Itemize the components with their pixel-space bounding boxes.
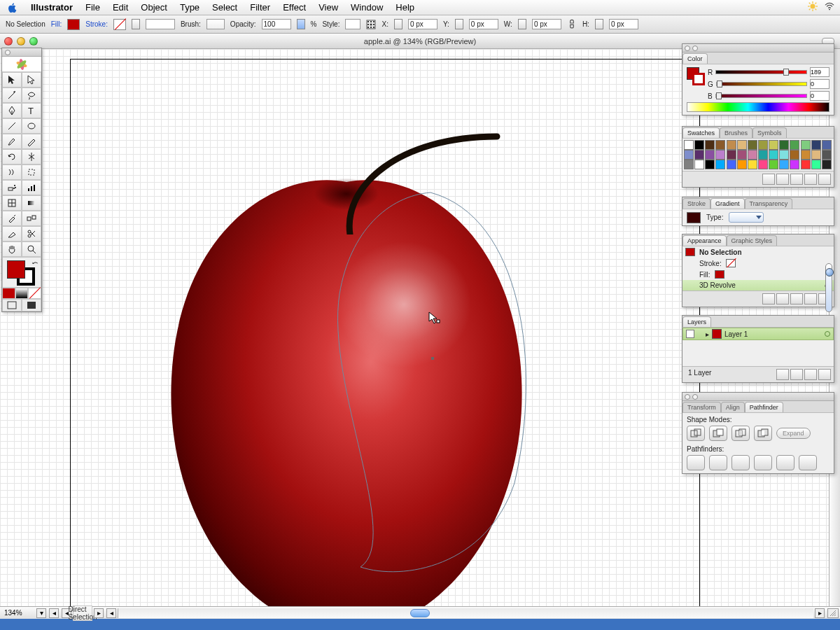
fill-stroke-control[interactable]: ⤺ <box>2 257 41 288</box>
color-stroke-box[interactable] <box>692 73 705 85</box>
constrain-proportions-icon[interactable] <box>567 20 577 29</box>
free-transform-tool[interactable] <box>22 164 41 180</box>
appearance-effect[interactable]: 3D Revolve <box>699 281 736 289</box>
swatch[interactable] <box>684 150 694 160</box>
pathfinder-divide-button[interactable] <box>687 455 705 470</box>
appearance-reduce-icon[interactable] <box>790 293 803 304</box>
menu-filter[interactable]: Filter <box>250 2 270 13</box>
shape-intersect-button[interactable] <box>732 426 750 441</box>
swatch[interactable] <box>779 160 789 169</box>
blend-tool[interactable] <box>22 211 41 226</box>
swatch[interactable] <box>727 160 736 169</box>
swatches-panel[interactable]: Swatches Brushes Symbols <box>682 126 834 188</box>
minimize-window-button[interactable] <box>17 37 25 46</box>
swatch[interactable] <box>758 140 768 150</box>
menu-edit[interactable]: Edit <box>113 2 128 13</box>
y-field[interactable]: 0 px <box>469 19 498 29</box>
resize-grip-icon[interactable] <box>827 608 839 618</box>
layer-row[interactable]: ▸ Layer 1 <box>682 328 834 340</box>
full-screen-mode-button[interactable] <box>22 299 41 312</box>
w-field[interactable]: 0 px <box>532 19 561 29</box>
swatch-grid[interactable] <box>684 140 832 169</box>
mesh-tool[interactable] <box>2 195 22 211</box>
layers-new-sub-icon[interactable] <box>790 369 803 380</box>
swatch[interactable] <box>705 150 715 160</box>
stroke-swatch[interactable] <box>113 19 126 30</box>
warp-tool[interactable] <box>2 164 22 180</box>
menu-window[interactable]: Window <box>351 2 383 13</box>
none-mode-button[interactable] <box>28 288 41 299</box>
appearance-new-art-icon[interactable] <box>762 293 775 304</box>
appearance-clear-icon[interactable] <box>776 293 789 304</box>
nav-first-icon[interactable]: ◂ <box>49 608 59 618</box>
palette-titlebar[interactable] <box>2 48 41 57</box>
menu-select[interactable]: Select <box>212 2 237 13</box>
swatch[interactable] <box>727 150 736 160</box>
visibility-toggle-icon[interactable] <box>686 330 694 338</box>
reference-point-icon[interactable] <box>366 20 376 29</box>
swatch[interactable] <box>705 140 715 150</box>
gradient-mode-button[interactable] <box>15 288 29 299</box>
menu-effect[interactable]: Effect <box>283 2 306 13</box>
swatch[interactable] <box>727 140 736 150</box>
swatch[interactable] <box>769 140 778 150</box>
swatch-options-icon[interactable] <box>776 174 789 185</box>
scissors-tool[interactable] <box>22 226 41 241</box>
layers-panel[interactable]: Layers ▸ Layer 1 1 Layer <box>682 315 834 383</box>
swatch[interactable] <box>694 160 704 169</box>
layer-expand-icon[interactable]: ▸ <box>706 330 709 338</box>
shape-unite-button[interactable] <box>687 426 705 441</box>
sun-status-icon[interactable] <box>808 1 818 13</box>
tab-transparency[interactable]: Transparency <box>745 198 793 209</box>
swatch[interactable] <box>801 150 811 160</box>
type-tool[interactable]: T <box>22 103 41 118</box>
zoom-tool[interactable] <box>22 241 41 257</box>
scroll-right-icon[interactable]: ▸ <box>815 608 825 618</box>
layers-new-icon[interactable] <box>804 369 817 380</box>
swatch[interactable] <box>822 140 832 150</box>
swatch[interactable] <box>758 160 768 169</box>
tab-pathfinder[interactable]: Pathfinder <box>745 402 783 412</box>
palette-close-icon[interactable] <box>5 50 10 55</box>
w-stepper[interactable] <box>518 19 526 29</box>
g-value[interactable] <box>810 79 830 89</box>
color-mode-button[interactable] <box>2 288 15 299</box>
swatch[interactable] <box>790 150 799 160</box>
x-stepper[interactable] <box>394 19 402 29</box>
tab-swatches[interactable]: Swatches <box>682 127 720 138</box>
swatch[interactable] <box>822 150 832 160</box>
y-stepper[interactable] <box>455 19 463 29</box>
swatch[interactable] <box>801 140 811 150</box>
g-slider[interactable] <box>716 82 807 86</box>
scrollbar-thumb[interactable] <box>410 609 430 617</box>
swatch[interactable] <box>705 160 715 169</box>
shape-exclude-button[interactable] <box>754 426 772 441</box>
tab-layers[interactable]: Layers <box>682 316 711 327</box>
swatch-new-group-icon[interactable] <box>790 174 803 185</box>
zoom-menu-icon[interactable]: ▾ <box>36 608 46 618</box>
swatch[interactable] <box>769 150 778 160</box>
swatch[interactable] <box>748 140 757 150</box>
tab-symbols[interactable]: Symbols <box>752 127 787 138</box>
swatch[interactable] <box>694 150 704 160</box>
tab-gradient[interactable]: Gradient <box>710 198 745 209</box>
wifi-status-icon[interactable] <box>825 1 834 13</box>
b-slider[interactable] <box>715 94 807 98</box>
column-graph-tool[interactable] <box>22 180 41 195</box>
x-field[interactable]: 0 px <box>408 19 438 29</box>
menu-view[interactable]: View <box>318 2 338 13</box>
tab-brushes[interactable]: Brushes <box>720 127 752 138</box>
app-menu[interactable]: Illustrator <box>31 2 73 13</box>
reflect-tool[interactable] <box>22 149 41 164</box>
swatch[interactable] <box>748 150 757 160</box>
expand-button[interactable]: Expand <box>776 428 811 439</box>
pencil-tool[interactable] <box>22 134 41 149</box>
color-panel-close-icon[interactable] <box>685 46 690 51</box>
zoom-window-button[interactable] <box>29 37 38 46</box>
apple-menu-icon[interactable] <box>7 2 18 13</box>
brush-selector[interactable] <box>206 19 225 29</box>
tab-transform[interactable]: Transform <box>682 402 721 412</box>
menu-type[interactable]: Type <box>180 2 200 13</box>
pathfinder-panel[interactable]: Transform Align Pathfinder Shape Modes: … <box>682 392 834 474</box>
close-window-button[interactable] <box>4 37 13 46</box>
